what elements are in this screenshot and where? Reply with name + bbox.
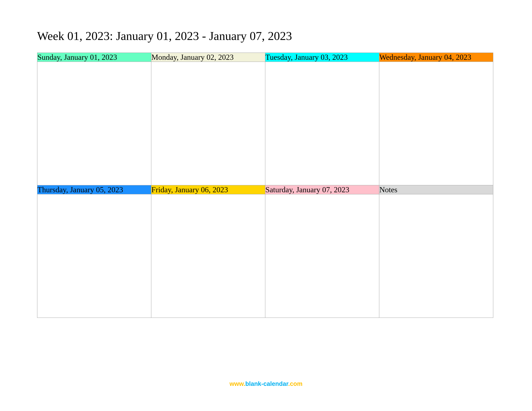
footer-link-suffix: .com: [288, 380, 303, 387]
day-header-notes: Notes: [379, 185, 493, 194]
day-body-wednesday: [379, 62, 493, 185]
footer: www.blank-calendar.com: [0, 380, 532, 387]
day-body-monday: [151, 62, 265, 185]
footer-link[interactable]: www.blank-calendar.com: [229, 380, 303, 387]
day-body-thursday: [37, 194, 151, 318]
day-header-monday: Monday, January 02, 2023: [151, 53, 265, 62]
day-header-thursday: Thursday, January 05, 2023: [37, 185, 151, 194]
day-header-wednesday: Wednesday, January 04, 2023: [379, 53, 493, 62]
day-header-sunday: Sunday, January 01, 2023: [37, 53, 151, 62]
day-header-saturday: Saturday, January 07, 2023: [265, 185, 379, 194]
day-body-friday: [151, 194, 265, 318]
day-header-tuesday: Tuesday, January 03, 2023: [265, 53, 379, 62]
day-body-notes: [379, 194, 493, 318]
weekly-calendar-table: Sunday, January 01, 2023 Monday, January…: [37, 53, 493, 318]
footer-link-prefix: www.: [229, 380, 245, 387]
day-body-tuesday: [265, 62, 379, 185]
day-header-friday: Friday, January 06, 2023: [151, 185, 265, 194]
day-body-saturday: [265, 194, 379, 318]
page-title: Week 01, 2023: January 01, 2023 - Januar…: [37, 29, 495, 43]
footer-link-main: blank-calendar: [245, 380, 288, 387]
day-body-sunday: [37, 62, 151, 185]
